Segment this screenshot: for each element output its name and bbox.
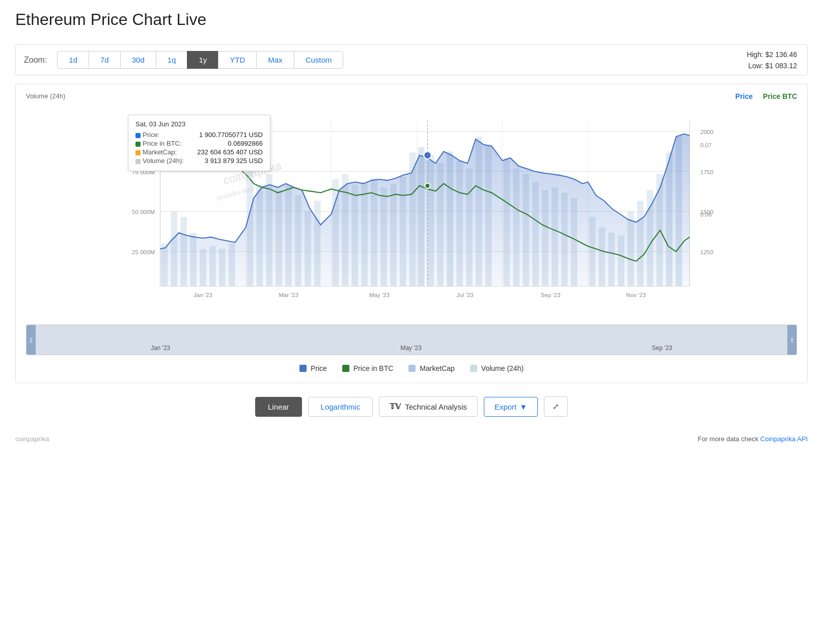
tech-analysis-label: Technical Analysis [405, 403, 467, 411]
legend-item-volume: Volume (24h) [470, 364, 524, 372]
zoom-bar: Zoom: 1d 7d 30d 1q 1y YTD Max Custom Hig… [15, 44, 808, 75]
svg-text:0.07: 0.07 [700, 142, 711, 148]
coinpaprika-watermark: coinpaprika [15, 435, 49, 443]
zoom-1y[interactable]: 1y [187, 51, 218, 69]
tooltip-val-mcap: 232 604 635 407 USD [197, 148, 263, 156]
legend-label-price: Price [311, 364, 327, 372]
tooltip-val-btc: 0.06992866 [228, 140, 263, 147]
tooltip-point-price [424, 151, 431, 159]
chart-legend-bottom: Price Price in BTC MarketCap Volume (24h… [21, 359, 802, 378]
expand-btn[interactable]: ⤢ [544, 396, 568, 417]
zoom-7d[interactable]: 7d [89, 51, 120, 69]
dot-mcap [135, 150, 141, 155]
chart-legend-right: Price Price BTC [735, 92, 797, 100]
svg-text:25 000M: 25 000M [132, 249, 155, 255]
svg-text:50 000M: 50 000M [132, 209, 155, 215]
chart-navigator[interactable]: || || Jan '23 May '23 Sep '23 [26, 325, 797, 355]
chart-wrapper: Volume (24h) Price Price BTC Sat, 03 Jun… [15, 84, 808, 383]
dot-btc [135, 142, 141, 147]
svg-text:1750: 1750 [700, 169, 714, 175]
legend-swatch-btc [342, 365, 349, 372]
footer: coinpaprika For more data check Coinpapr… [15, 430, 808, 448]
chart-header: Volume (24h) Price Price BTC [21, 92, 802, 100]
dot-price [135, 133, 141, 138]
legend-btc: Price BTC [763, 92, 797, 100]
legend-swatch-volume [470, 365, 477, 372]
api-link[interactable]: Coinpaprika API [760, 435, 808, 443]
legend-label-volume: Volume (24h) [481, 364, 524, 372]
chart-tooltip: Sat, 03 Jun 2023 Price: 1 900.77050771 U… [128, 115, 270, 171]
technical-analysis-btn[interactable]: 𝕋𝕍 Technical Analysis [379, 396, 478, 417]
zoom-buttons: 1d 7d 30d 1q 1y YTD Max Custom [57, 51, 343, 69]
svg-text:1250: 1250 [700, 249, 714, 255]
expand-icon: ⤢ [553, 402, 559, 411]
tooltip-date: Sat, 03 Jun 2023 [135, 120, 263, 128]
tooltip-row-vol: Volume (24h): 3 913 879 325 USD [135, 157, 263, 165]
tooltip-row-mcap: MarketCap: 232 604 635 407 USD [135, 148, 263, 156]
page-title: Ethereum Price Chart Live [15, 10, 808, 29]
linear-btn[interactable]: Linear [255, 397, 302, 417]
nav-label-jan: Jan '23 [151, 344, 170, 352]
zoom-1d[interactable]: 1d [57, 51, 89, 69]
low-value: Low: $1 083.12 [747, 60, 797, 71]
zoom-ytd[interactable]: YTD [218, 51, 256, 69]
legend-label-btc: Price in BTC [353, 364, 394, 372]
tooltip-point-btc [425, 183, 430, 189]
svg-text:Jul '23: Jul '23 [457, 292, 474, 298]
dot-vol [135, 159, 141, 164]
bottom-controls: Linear Logarithmic 𝕋𝕍 Technical Analysis… [15, 388, 808, 425]
svg-text:Sep '23: Sep '23 [541, 292, 561, 298]
nav-label-may: May '23 [400, 344, 422, 352]
zoom-max[interactable]: Max [256, 51, 293, 69]
svg-text:Mar '23: Mar '23 [279, 292, 298, 298]
zoom-custom[interactable]: Custom [294, 51, 344, 69]
high-low: High: $2 136.46 Low: $1 083.12 [747, 48, 797, 71]
legend-item-btc: Price in BTC [342, 364, 394, 372]
legend-item-mcap: MarketCap [408, 364, 454, 372]
legend-label-mcap: MarketCap [420, 364, 454, 372]
zoom-30d[interactable]: 30d [120, 51, 156, 69]
tooltip-val-vol: 3 913 879 325 USD [205, 157, 263, 165]
legend-swatch-price [299, 365, 307, 372]
nav-label-sep: Sep '23 [652, 344, 672, 352]
zoom-1q[interactable]: 1q [156, 51, 187, 69]
tv-icon: 𝕋𝕍 [390, 402, 401, 411]
svg-text:Nov '23: Nov '23 [626, 292, 646, 298]
legend-price: Price [735, 92, 753, 100]
export-btn[interactable]: Export ▼ [484, 397, 538, 417]
tooltip-val-price: 1 900.77050771 USD [199, 131, 263, 139]
high-value: High: $2 136.46 [747, 48, 797, 60]
tooltip-row-btc: Price in BTC: 0.06992866 [135, 140, 263, 147]
volume-label: Volume (24h) [26, 92, 65, 100]
zoom-label: Zoom: [24, 56, 47, 65]
svg-text:Jan '23: Jan '23 [194, 292, 212, 298]
svg-text:2000: 2000 [700, 129, 714, 135]
export-label: Export [495, 403, 516, 411]
legend-item-price: Price [299, 364, 327, 372]
logarithmic-btn[interactable]: Logarithmic [308, 397, 373, 417]
api-text: For more data check Coinpaprika API [698, 435, 808, 443]
svg-text:0.06: 0.06 [700, 212, 711, 218]
tooltip-row-price: Price: 1 900.77050771 USD [135, 131, 263, 139]
legend-swatch-mcap [408, 365, 416, 372]
navigator-labels: Jan '23 May '23 Sep '23 [26, 344, 797, 352]
svg-text:May '23: May '23 [369, 292, 390, 298]
export-dropdown-icon: ▼ [519, 403, 527, 411]
